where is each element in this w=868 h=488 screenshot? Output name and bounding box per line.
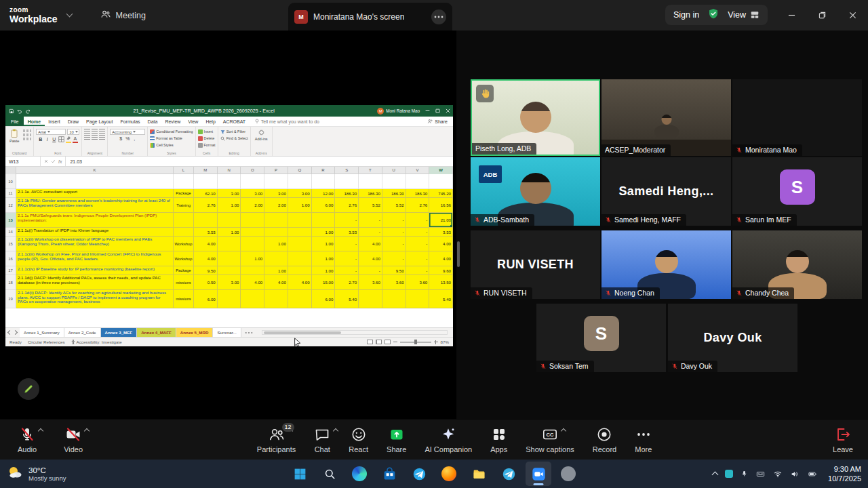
taskbar-app-folder[interactable]: [466, 462, 492, 486]
cell-O11[interactable]: 3.00: [241, 189, 264, 198]
cell-W19[interactable]: 5.40: [429, 290, 453, 308]
cell-T10[interactable]: [359, 174, 382, 189]
ribbon-tab-page-layout[interactable]: Page Layout: [83, 117, 117, 126]
borders-button[interactable]: [58, 136, 64, 143]
cell-O13[interactable]: [241, 213, 264, 228]
cell-W17[interactable]: 9.60: [429, 266, 453, 275]
align-center-button[interactable]: [92, 135, 98, 140]
cell-T17[interactable]: -: [359, 266, 382, 275]
cell-V19[interactable]: [406, 290, 430, 308]
cell-O15[interactable]: [241, 237, 264, 251]
horizontal-scrollbar[interactable]: [262, 330, 448, 335]
cell-L17[interactable]: Package: [174, 266, 194, 275]
align-middle-button[interactable]: [92, 129, 98, 134]
cell-M18[interactable]: 0.50: [194, 275, 218, 290]
cell-P10[interactable]: [264, 174, 288, 189]
font-name-box[interactable]: Arial: [36, 129, 66, 135]
annotation-pencil-button[interactable]: [18, 378, 39, 400]
cell-S16[interactable]: -: [335, 251, 359, 266]
cell-W18[interactable]: 13.50: [429, 275, 453, 290]
cell-U13[interactable]: -: [382, 213, 406, 228]
align-top-button[interactable]: [84, 129, 90, 134]
excel-close-button[interactable]: [443, 105, 453, 117]
zoom-level[interactable]: 87%: [441, 340, 449, 344]
cell-S18[interactable]: 2.70: [335, 275, 359, 290]
react-button[interactable]: React: [349, 426, 368, 453]
accessibility-status[interactable]: Accessibility: Investigate: [71, 340, 122, 344]
cell-R16[interactable]: 1.00: [312, 251, 336, 266]
scrollbar-thumb[interactable]: [264, 331, 341, 334]
participant-tile-noeng-chan[interactable]: Noeng Chan: [601, 230, 731, 299]
cell-M16[interactable]: 4.00: [194, 251, 218, 266]
format-cells-button[interactable]: Format: [198, 142, 216, 148]
gallery-scrollbar[interactable]: [457, 241, 460, 267]
cell-V12[interactable]: 2.76: [406, 198, 430, 213]
column-header-N[interactable]: N: [218, 167, 241, 174]
column-header-W[interactable]: W: [429, 167, 453, 174]
font-size-box[interactable]: 10: [67, 129, 79, 135]
cell-R19[interactable]: 6.00: [312, 290, 336, 308]
cell-L14[interactable]: [174, 228, 194, 237]
maximize-button[interactable]: [807, 0, 837, 30]
cell-Q13[interactable]: [288, 213, 312, 228]
cell-P16[interactable]: [264, 251, 288, 266]
cell-Q17[interactable]: [288, 266, 312, 275]
close-button[interactable]: [837, 0, 868, 30]
cell-O10[interactable]: [241, 174, 264, 189]
row-header-16[interactable]: 16: [5, 251, 16, 266]
ribbon-tab-review[interactable]: Review: [161, 117, 184, 126]
apps-button[interactable]: Apps: [490, 426, 507, 453]
cell-M10[interactable]: [194, 174, 218, 189]
taskbar-app-edge[interactable]: [347, 462, 372, 486]
cell-V14[interactable]: -: [406, 228, 430, 237]
cell-P12[interactable]: 2.00: [264, 198, 288, 213]
align-bottom-button[interactable]: [99, 129, 105, 134]
tray-mic-icon[interactable]: [741, 470, 748, 478]
sign-in-button[interactable]: Sign in: [673, 10, 699, 20]
cell-W11[interactable]: 745.20: [429, 189, 453, 198]
chat-button[interactable]: Chat: [314, 426, 330, 453]
cell-M11[interactable]: 62.10: [194, 189, 218, 198]
chevron-up-icon[interactable]: [333, 428, 338, 433]
cell-N15[interactable]: [218, 237, 241, 251]
cell-K13[interactable]: 2.1.1c PMU/Safeguards team: Indigenous P…: [16, 213, 174, 228]
cell-U12[interactable]: 5.52: [382, 198, 406, 213]
cell-W14[interactable]: 3.53: [429, 228, 453, 237]
column-header-V[interactable]: V: [406, 167, 430, 174]
cell-N10[interactable]: [218, 174, 241, 189]
participant-tile-samedi-heng-maff[interactable]: Samedi Heng,...Samedi Heng, MAFF: [601, 157, 731, 226]
share-button[interactable]: Share: [387, 426, 406, 453]
excel-quick-access-toolbar[interactable]: [9, 108, 31, 114]
cell-T13[interactable]: -: [359, 213, 382, 228]
format-as-table-button[interactable]: Format as Table: [150, 135, 193, 142]
bold-button[interactable]: B: [38, 136, 43, 142]
cell-L16[interactable]: Workshop: [174, 251, 194, 266]
column-header-K[interactable]: K: [16, 167, 174, 174]
cell-M19[interactable]: 6.00: [194, 290, 218, 308]
cell-P18[interactable]: 4.00: [264, 275, 288, 290]
number-format-box[interactable]: Accounting: [110, 129, 145, 135]
align-left-button[interactable]: [84, 135, 90, 140]
cell-O14[interactable]: [241, 228, 264, 237]
taskbar-weather-widget[interactable]: 30°C Mostly sunny: [7, 464, 66, 483]
video-button[interactable]: Video: [64, 426, 83, 453]
sheet-tabs-more[interactable]: [241, 330, 256, 335]
zoom-slider[interactable]: [400, 342, 431, 343]
conditional-formatting-button[interactable]: Conditional Formatting: [150, 128, 193, 135]
cell-M17[interactable]: 9.50: [194, 266, 218, 275]
row-header-18[interactable]: 18: [5, 275, 16, 290]
name-box[interactable]: W13: [5, 157, 41, 166]
fill-color-button[interactable]: [66, 136, 71, 143]
cell-N11[interactable]: 3.00: [218, 189, 241, 198]
cell-R12[interactable]: 6.00: [312, 198, 336, 213]
delete-cells-button[interactable]: Delete: [198, 135, 216, 142]
cell-M13[interactable]: [194, 213, 218, 228]
cell-W16[interactable]: 4.00: [429, 251, 453, 266]
cell-R14[interactable]: 1.00: [312, 228, 336, 237]
page-break-view-button[interactable]: [384, 340, 391, 344]
column-header-R[interactable]: R: [312, 167, 336, 174]
row-header-17[interactable]: 17: [5, 266, 16, 275]
cell-P11[interactable]: 3.00: [264, 189, 288, 198]
view-button[interactable]: View: [728, 10, 760, 20]
taskbar-app-zoom[interactable]: [526, 462, 551, 486]
